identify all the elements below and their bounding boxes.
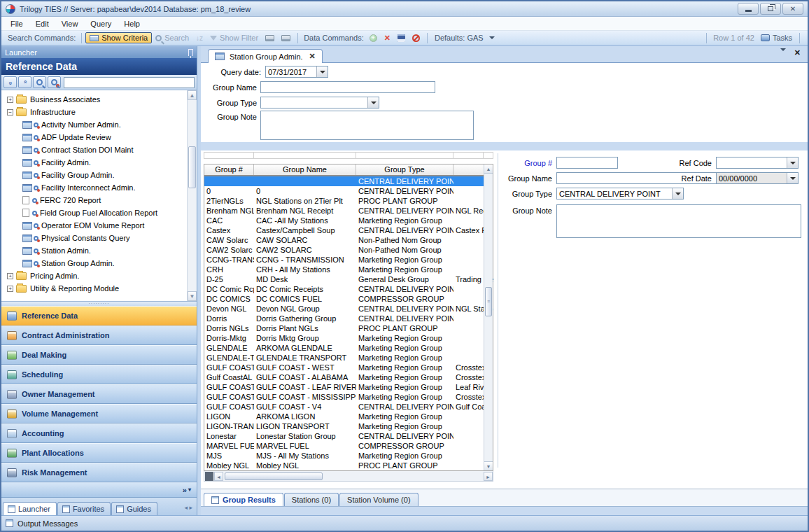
nav-plant-allocations[interactable]: Plant Allocations: [1, 443, 197, 463]
table-row[interactable]: DorrisDorris Gathering GroupCENTRAL DELI…: [204, 314, 493, 323]
table-row[interactable]: CAW SolarcCAW SOLARCNon-Pathed Nom Group: [204, 235, 493, 245]
ref-code-dropdown[interactable]: [716, 157, 799, 169]
table-row[interactable]: Dorris-MktgDorris Mktg GroupMarketing Re…: [204, 333, 493, 343]
criteria-group-note-textarea[interactable]: [260, 111, 474, 140]
filter-cell[interactable]: [254, 152, 356, 159]
nav-scheduling[interactable]: Scheduling: [1, 365, 197, 384]
scroll-up-icon[interactable]: ▲: [484, 164, 493, 174]
chevron-down-icon[interactable]: [787, 158, 798, 168]
tree-folder-utility-reporting-module[interactable]: +Utility & Reporting Module: [1, 282, 197, 295]
horizontal-splitter[interactable]: [201, 142, 808, 150]
scroll-thumb[interactable]: [225, 472, 323, 480]
tree-scrollbar[interactable]: ▲ ▼: [187, 90, 197, 301]
menu-file[interactable]: File: [4, 18, 29, 29]
scroll-right-icon[interactable]: ►: [484, 472, 493, 481]
criteria-group-name-input[interactable]: [260, 81, 435, 93]
scroll-left-icon[interactable]: ◄: [214, 472, 223, 481]
table-row[interactable]: LIGON-TRANLIGON TRANSPORTMarketing Regio…: [204, 421, 493, 431]
tree-item-ferc-720-report[interactable]: FERC 720 Report: [1, 194, 197, 206]
print-button[interactable]: [262, 34, 278, 42]
table-row[interactable]: GULF COASTLGULF COAST - LEAF RIVERMarket…: [204, 382, 493, 392]
tree-folder-infrastructure[interactable]: −Infrastructure: [1, 106, 197, 118]
table-row[interactable]: Mobley NGLMobley NGLPROC PLANT GROUP: [204, 461, 493, 470]
detail-group-type-dropdown[interactable]: CENTRAL DELIVERY POINT: [556, 188, 684, 200]
table-row[interactable]: DC Comic RcpDC Comic ReceiptsCENTRAL DEL…: [204, 284, 493, 294]
panel-splitter[interactable]: ·········: [1, 301, 197, 306]
tree-search-input[interactable]: [64, 77, 195, 88]
tree-item-station-group-admin[interactable]: Station Group Admin.: [1, 257, 197, 270]
defaults-dropdown[interactable]: Defaults: GAS: [431, 33, 498, 43]
table-row[interactable]: MJSMJS - All My StationsMarketing Region…: [204, 451, 493, 461]
grid-header[interactable]: Group #Group NameGroup Type: [204, 164, 493, 176]
search-button[interactable]: Search: [152, 33, 192, 43]
tree-item-adf-update-review[interactable]: ADF Update Review: [1, 131, 197, 144]
tree-search-button[interactable]: [33, 76, 46, 88]
filter-cell[interactable]: [453, 152, 484, 159]
tree-item-station-admin[interactable]: Station Admin.: [1, 244, 197, 257]
nav-contract-administration[interactable]: Contract Administration: [1, 326, 197, 345]
table-row[interactable]: CENTRAL DELIVERY POINT: [204, 176, 493, 186]
nav-overflow-button[interactable]: »▾: [1, 482, 197, 498]
table-row[interactable]: Dorris NGLsDorris Plant NGLsPROC PLANT G…: [204, 323, 493, 333]
tab-scroll-arrows[interactable]: ◂ ▸: [184, 504, 195, 511]
tree-item-field-group-fuel-allocation-report[interactable]: Field Group Fuel Allocation Report: [1, 206, 197, 219]
table-row[interactable]: CRHCRH - All My StationsMarketing Region…: [204, 265, 493, 274]
column-header-group-type[interactable]: Group Type: [356, 164, 453, 175]
tree-item-activity-number-admin[interactable]: Activity Number Admin.: [1, 118, 197, 131]
nav-accounting[interactable]: Accounting: [1, 424, 197, 443]
grid-horizontal-scrollbar[interactable]: ◄ ►: [204, 471, 493, 482]
minimize-button[interactable]: [738, 3, 759, 15]
table-row[interactable]: CAW2 SolarcCAW2 SOLARCNon-Pathed Nom Gro…: [204, 245, 493, 255]
pin-icon[interactable]: [188, 49, 193, 56]
tree-item-facility-group-admin[interactable]: Facility Group Admin.: [1, 169, 197, 181]
launcher-tab-guides[interactable]: Guides: [111, 502, 157, 515]
output-messages-bar[interactable]: Output Messages: [1, 515, 808, 531]
launcher-tab-launcher[interactable]: Launcher: [3, 502, 57, 515]
close-button[interactable]: ✕: [782, 3, 803, 15]
menu-query[interactable]: Query: [84, 18, 118, 29]
tree-item-physical-constants-query[interactable]: Physical Constants Query: [1, 232, 197, 244]
chevron-down-icon[interactable]: [787, 173, 798, 183]
tree-folder-business-associates[interactable]: +Business Associates: [1, 93, 197, 106]
nav-volume-management[interactable]: Volume Management: [1, 404, 197, 424]
tree-item-facility-admin[interactable]: Facility Admin.: [1, 156, 197, 169]
table-row[interactable]: GLENDALE-TRGLENDALE TRANSPORTMarketing R…: [204, 353, 493, 363]
scroll-down-icon[interactable]: ▼: [188, 291, 197, 301]
detail-group-num-input[interactable]: [556, 157, 618, 169]
scroll-thumb[interactable]: [188, 146, 196, 188]
table-row[interactable]: Gulf CoastALGULF COAST - ALABAMAMarketin…: [204, 372, 493, 382]
query-date-picker[interactable]: 07/31/2017: [265, 66, 328, 78]
table-row[interactable]: DC COMICSDC COMICS FUELCOMPRESSOR GROUP: [204, 294, 493, 304]
close-document-icon[interactable]: ✕: [794, 48, 801, 57]
title-bar[interactable]: Trilogy TIES // Server: papabear\dev2014…: [1, 1, 808, 17]
scroll-thumb[interactable]: ≡: [485, 287, 492, 316]
tree-item-facility-interconnect-admin[interactable]: Facility Interconnect Admin.: [1, 181, 197, 194]
delete-row-button[interactable]: ✕: [381, 33, 394, 43]
chevron-down-icon[interactable]: [367, 97, 379, 108]
collapse-icon[interactable]: −: [7, 109, 13, 115]
save-button[interactable]: [394, 34, 409, 43]
nav-owner-management[interactable]: Owner Management: [1, 384, 197, 404]
table-row[interactable]: GLENDALEARKOMA GLENDALEMarketing Region …: [204, 343, 493, 353]
grid-filter-row[interactable]: [204, 152, 493, 159]
show-filter-button[interactable]: Show Filter: [206, 33, 262, 43]
collapse-all-button[interactable]: »: [18, 76, 31, 88]
result-tab-group-results[interactable]: Group Results: [204, 493, 283, 507]
result-tab-station-volume-0[interactable]: Station Volume (0): [339, 493, 418, 506]
menu-help[interactable]: Help: [118, 18, 146, 29]
tree-search-clear-button[interactable]: [48, 76, 61, 88]
tasks-button[interactable]: Tasks: [757, 33, 796, 43]
show-criteria-button[interactable]: Show Criteria: [85, 32, 152, 43]
result-tab-stations-0[interactable]: Stations (0): [284, 493, 339, 506]
table-row[interactable]: MARVEL FUELMARVEL FUELCOMPRESSOR GROUP: [204, 441, 493, 451]
scroll-up-icon[interactable]: ▲: [188, 90, 197, 100]
chevron-down-icon[interactable]: [672, 188, 683, 199]
filter-cell[interactable]: [356, 152, 453, 159]
table-row[interactable]: Brenham NGLBrenham NGL ReceiptCENTRAL DE…: [204, 206, 493, 216]
menu-view[interactable]: View: [55, 18, 85, 29]
tab-list-icon[interactable]: [780, 48, 786, 51]
table-row[interactable]: GULF COASTMGULF COAST - MISSISSIPPIMarke…: [204, 392, 493, 402]
nav-risk-management[interactable]: Risk Management: [1, 463, 197, 482]
tree-folder-pricing-admin[interactable]: +Pricing Admin.: [1, 270, 197, 282]
table-row[interactable]: 00CENTRAL DELIVERY POINT: [204, 186, 493, 196]
